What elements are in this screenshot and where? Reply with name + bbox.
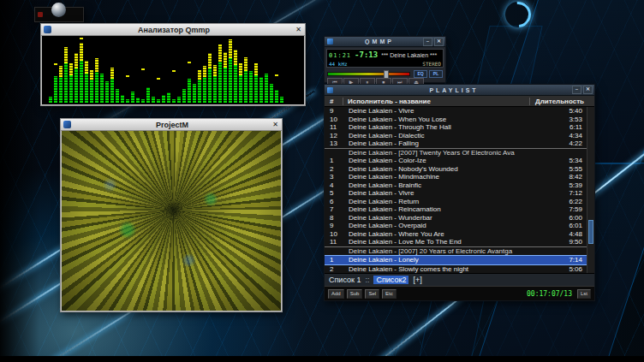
- playlist-control-bar: AddSubSelEtc 00:17:07/13 Lst: [325, 286, 594, 300]
- sphere-icon[interactable]: [51, 3, 66, 17]
- list-button[interactable]: Lst: [577, 289, 591, 299]
- analyzer-bar: [152, 97, 155, 103]
- close-icon[interactable]: [38, 12, 43, 17]
- spectrum-analyzer[interactable]: [42, 36, 304, 104]
- playlist-track-row[interactable]: 1Deine Lakaien - Lonely7:14: [325, 255, 587, 265]
- playlist-toggle-button[interactable]: PL: [429, 70, 443, 78]
- analyzer-bar: [100, 74, 104, 103]
- track-number: 7: [325, 205, 349, 213]
- track-number: 1: [325, 256, 349, 264]
- track-duration: 4:48: [533, 230, 587, 238]
- analyzer-bar: [105, 81, 109, 103]
- playlist-titlebar[interactable]: PLAYLIST – ✕: [325, 85, 594, 96]
- analyzer-bar: [280, 97, 283, 103]
- scrollbar-thumb[interactable]: [588, 220, 593, 244]
- column-number[interactable]: #: [325, 98, 343, 105]
- analyzer-bar: [141, 99, 145, 103]
- playlist-track-row[interactable]: 8Deine Lakaien - Wunderbar6:00: [325, 214, 587, 223]
- stereo-label: STEREO: [422, 61, 441, 67]
- track-number: 2: [325, 265, 349, 273]
- add-playlist-tab-button[interactable]: [+]: [413, 276, 421, 284]
- projectm-visualization[interactable]: [62, 131, 281, 311]
- track-duration: 4:34: [533, 132, 587, 139]
- track-number: 1: [325, 157, 349, 164]
- playlist-tab[interactable]: Список 1: [329, 276, 361, 284]
- track-duration: 5:40: [533, 107, 587, 115]
- playlist-track-row[interactable]: 9Deine Lakaien - Overpaid6:01: [325, 222, 587, 230]
- sel-button[interactable]: Sel: [365, 289, 379, 299]
- playlist-track-row[interactable]: 9Deine Lakaien - Vivre5:40: [325, 107, 587, 116]
- playlist-track-row[interactable]: 1Deine Lakaien - Color-Ize5:34: [325, 157, 587, 165]
- player-titlebar[interactable]: QMMP – ✕: [325, 37, 445, 47]
- close-button[interactable]: ✕: [583, 86, 593, 94]
- elapsed-time[interactable]: 01:21: [329, 52, 351, 59]
- track-title: Deine Lakaien - Falling: [349, 139, 533, 147]
- sub-button[interactable]: Sub: [347, 289, 363, 299]
- playlist-track-row[interactable]: 2Deine Lakaien - Slowly comes the night5…: [325, 265, 587, 274]
- playlist-track-row[interactable]: 10Deine Lakaien - Where You Are4:48: [325, 230, 587, 239]
- projectm-icon: [63, 121, 71, 128]
- analyzer-bar: [75, 53, 78, 103]
- etc-button[interactable]: Etc: [382, 289, 397, 299]
- playlist-track-row[interactable]: 7Deine Lakaien - Reincarnation7:59: [325, 205, 587, 214]
- volume-slider[interactable]: [327, 72, 410, 76]
- analyzer-bar: [208, 53, 212, 103]
- playlist-group-row[interactable]: Deine Lakaien - [2007] 20 Years of Elect…: [325, 246, 587, 256]
- volume-slider-handle[interactable]: [384, 70, 389, 79]
- playlist-track-row[interactable]: 12Deine Lakaien - Dialectic4:34: [325, 132, 587, 140]
- playlist-track-row[interactable]: 3Deine Lakaien - Mindmachine8:42: [325, 173, 587, 181]
- playlist-track-row[interactable]: 11Deine Lakaien - Love Me To The End9:50: [325, 238, 587, 246]
- playlist-time-display[interactable]: 00:17:07/13: [527, 290, 572, 298]
- analyzer-bar: [126, 99, 129, 103]
- track-duration: 6:01: [533, 222, 587, 229]
- track-title: Deine Lakaien - [2007] Twenty Years Of E…: [349, 149, 533, 157]
- analyzer-bar: [239, 63, 242, 103]
- playlist-tab[interactable]: Список2: [373, 276, 408, 284]
- analyzer-peak: [275, 74, 278, 76]
- track-duration: 3:53: [533, 116, 587, 123]
- analyzer-bar: [136, 98, 140, 103]
- analyzer-peak: [157, 78, 160, 80]
- projectm-titlebar[interactable]: ProjectM ✕: [61, 119, 282, 131]
- close-button[interactable]: ✕: [434, 38, 444, 46]
- track-title: Deine Lakaien - Reincarnation: [349, 205, 533, 213]
- playlist-track-row[interactable]: 6Deine Lakaien - Return6:22: [325, 198, 587, 206]
- analyzer-peak: [141, 68, 145, 70]
- equalizer-toggle-button[interactable]: EQ: [414, 70, 427, 78]
- column-duration[interactable]: Длительность: [529, 98, 594, 105]
- track-duration: 6:00: [533, 214, 587, 222]
- analyzer-bar: [218, 45, 222, 103]
- playlist-column-header[interactable]: # Исполнитель - название Длительность: [325, 96, 594, 107]
- playlist-track-row[interactable]: 4Deine Lakaien - Brainfic5:39: [325, 181, 587, 190]
- analyzer-bar: [270, 84, 273, 103]
- sample-rate-label: 44 kHz: [329, 61, 348, 67]
- add-button[interactable]: Add: [328, 289, 344, 299]
- track-title: Deine Lakaien - Dialectic: [349, 132, 533, 139]
- close-button[interactable]: ✕: [271, 121, 280, 128]
- playlist-scrollbar[interactable]: [587, 107, 594, 273]
- track-number: 6: [325, 198, 349, 205]
- analyzer-bar: [121, 95, 124, 103]
- analyzer-peak: [126, 75, 129, 77]
- playlist-track-row[interactable]: 5Deine Lakaien - Vivre7:12: [325, 189, 587, 198]
- playlist-track-row[interactable]: 13Deine Lakaien - Falling4:22: [325, 139, 587, 148]
- minimize-button[interactable]: –: [572, 86, 581, 94]
- player-display[interactable]: 01:21 -7:13 *** Deine Lakaien *** 44 kHz…: [326, 49, 444, 68]
- track-title: Deine Lakaien - When You Lose: [349, 116, 533, 123]
- track-title: Deine Lakaien - [2007] 20 Years of Elect…: [349, 247, 533, 255]
- analyzer-bar: [259, 77, 263, 103]
- close-button[interactable]: ✕: [294, 26, 303, 33]
- playlist-track-row[interactable]: 10Deine Lakaien - When You Lose3:53: [325, 116, 587, 124]
- track-title: Deine Lakaien - Slowly comes the night: [349, 265, 533, 273]
- column-artist-title[interactable]: Исполнитель - название: [343, 98, 529, 105]
- playlist-track-row[interactable]: 2Deine Lakaien - Nobody's Wounded5:55: [325, 165, 587, 174]
- analyzer-bar: [224, 52, 227, 103]
- minimize-button[interactable]: –: [423, 38, 432, 46]
- analyzer-bar: [146, 87, 150, 103]
- track-title: Deine Lakaien - Nobody's Wounded: [349, 165, 533, 173]
- remaining-time[interactable]: -7:13: [355, 50, 378, 59]
- playlist-group-row[interactable]: Deine Lakaien - [2007] Twenty Years Of E…: [325, 148, 587, 157]
- analyzer-bar: [188, 79, 191, 103]
- analyzer-titlebar[interactable]: Анализатор Qmmp ✕: [41, 24, 305, 36]
- playlist-track-row[interactable]: 11Deine Lakaien - Through The Hall6:11: [325, 123, 587, 132]
